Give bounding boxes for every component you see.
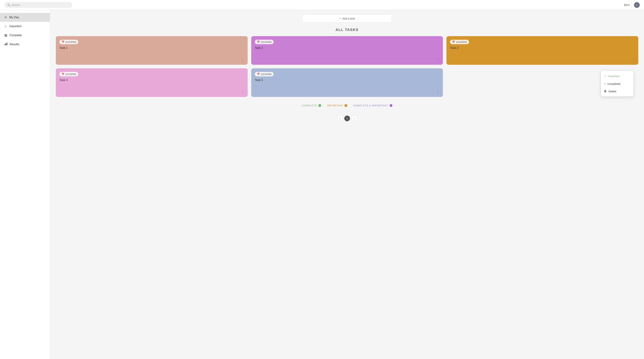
- legend-dot-important: [344, 104, 347, 107]
- sidebar-item-important[interactable]: ☆ Important: [0, 22, 50, 31]
- context-menu-label-delete: Delete: [608, 90, 616, 93]
- legend-dot-complete-important: [390, 104, 392, 107]
- add-task-button[interactable]: + Add a task: [302, 14, 392, 23]
- star-icon: ☆: [604, 74, 606, 78]
- task-card-2: 📅 (11/12/24) Task 2 ⋮: [251, 36, 443, 65]
- task-date: (11/12/24): [66, 41, 76, 43]
- topbar-left: 🔍 Search: [4, 2, 624, 8]
- task-date: (11/12/24): [261, 73, 272, 75]
- task-title-2: Task 2: [255, 46, 440, 49]
- topbar: 🔍 Search EN ▾ L: [0, 0, 644, 10]
- add-task-label: Add a task: [342, 17, 355, 20]
- pagination-page-1[interactable]: 1: [344, 116, 350, 121]
- add-task-bar: + Add a task: [56, 14, 638, 23]
- content-area: + Add a task ALL TASKS 📅 (11/12/24) Task…: [50, 10, 644, 359]
- legend-item-complete-important: COMPLETE & IMPORTANT: [353, 104, 392, 107]
- legend-item-important: IMPORTANT: [327, 104, 347, 107]
- calendar-icon: 📅: [452, 41, 455, 43]
- context-menu-label-completed: Completed: [608, 82, 620, 85]
- avatar[interactable]: L: [634, 2, 640, 8]
- context-menu-item-important[interactable]: ☆ Important: [601, 72, 633, 80]
- legend-label-important: IMPORTANT: [327, 104, 343, 107]
- sidebar-item-label: My Day: [9, 16, 19, 19]
- sidebar-item-complete[interactable]: ▦ Complete: [0, 31, 50, 40]
- task-card-5: 📅 (11/12/24) Task 5 ⋮: [251, 68, 443, 97]
- task-menu-button-3[interactable]: ⋮: [631, 58, 636, 62]
- sidebar-item-my-day[interactable]: ☀ My Day: [0, 13, 50, 22]
- tasks-grid: 📅 (11/12/24) Task 1 ⋮ 📅 (11/12/24) Task …: [56, 36, 638, 97]
- sidebar-item-results[interactable]: Results: [0, 40, 50, 49]
- sidebar-item-label: Complete: [10, 34, 22, 37]
- task-title-4: Task 4: [60, 78, 244, 82]
- task-date: (11/12/24): [261, 41, 272, 43]
- topbar-right: EN ▾ L: [624, 2, 640, 8]
- context-menu: ☆ Important ○ Completed 🗑 Delete: [601, 71, 633, 96]
- search-bar[interactable]: 🔍 Search: [4, 2, 72, 8]
- chart-icon: [4, 42, 8, 46]
- legend-item-complete: COMPLETE: [302, 104, 321, 107]
- task-title-3: Task 3: [450, 46, 635, 49]
- search-icon: 🔍: [7, 3, 10, 6]
- calendar-icon: 📅: [257, 73, 260, 75]
- legend-label-complete-important: COMPLETE & IMPORTANT: [353, 104, 388, 107]
- grid-icon: ▦: [4, 33, 7, 37]
- task-title-5: Task 5: [255, 78, 440, 82]
- task-date: (11/12/24): [66, 73, 76, 75]
- task-menu-button-5[interactable]: ⋮: [436, 90, 440, 94]
- svg-rect-0: [4, 44, 5, 45]
- task-card-1: 📅 (11/12/24) Task 1 ⋮: [56, 36, 248, 65]
- plus-icon: +: [339, 17, 341, 20]
- context-menu-label-important: Important: [608, 75, 620, 78]
- legend-label-complete: COMPLETE: [302, 104, 317, 107]
- sidebar-item-label: Results: [10, 43, 19, 46]
- task-card-4: 📅 (11/12/24) Task 4 ⋮: [56, 68, 248, 97]
- section-title: ALL TASKS: [56, 28, 638, 32]
- task-menu-button-2[interactable]: ⋮: [436, 58, 440, 62]
- lang-label: EN: [624, 3, 628, 6]
- task-date-badge-2: 📅 (11/12/24): [255, 40, 274, 44]
- svg-rect-2: [6, 42, 7, 45]
- calendar-icon: 📅: [62, 41, 64, 43]
- sidebar-item-label: Important: [9, 25, 22, 28]
- search-placeholder: Search: [12, 3, 20, 6]
- chevron-down-icon: ▾: [628, 3, 630, 6]
- task-date-badge-5: 📅 (11/12/24): [255, 72, 274, 76]
- legend: COMPLETE IMPORTANT COMPLETE & IMPORTANT: [56, 104, 638, 107]
- pagination-next-button[interactable]: ›: [352, 116, 357, 121]
- task-date: (11/12/24): [456, 41, 467, 43]
- sun-icon: ☀: [4, 15, 7, 19]
- task-menu-button-1[interactable]: ⋮: [240, 58, 245, 62]
- task-date-badge-3: 📅 (11/12/24): [450, 40, 469, 44]
- main-layout: ☀ My Day ☆ Important ▦ Complete Results: [0, 10, 644, 359]
- calendar-icon: 📅: [62, 73, 64, 75]
- task-date-badge-1: 📅 (11/12/24): [60, 40, 78, 44]
- pagination: ‹ 1 ›: [56, 116, 638, 121]
- context-menu-item-delete[interactable]: 🗑 Delete: [601, 87, 633, 95]
- task-card-3: 📅 (11/12/24) Task 3 ⋮: [446, 36, 638, 65]
- pagination-prev-button[interactable]: ‹: [337, 116, 343, 121]
- task-menu-button-4[interactable]: ⋮: [240, 90, 245, 94]
- sidebar: ☀ My Day ☆ Important ▦ Complete Results: [0, 10, 50, 359]
- task-title-1: Task 1: [60, 46, 244, 49]
- language-selector[interactable]: EN ▾: [624, 3, 630, 6]
- task-date-badge-4: 📅 (11/12/24): [60, 72, 78, 76]
- svg-rect-1: [6, 43, 6, 45]
- star-icon: ☆: [4, 24, 7, 28]
- context-menu-item-completed[interactable]: ○ Completed: [601, 80, 633, 87]
- legend-dot-complete: [318, 104, 321, 107]
- circle-icon: ○: [604, 82, 606, 85]
- calendar-icon: 📅: [257, 41, 260, 43]
- trash-icon: 🗑: [604, 90, 607, 93]
